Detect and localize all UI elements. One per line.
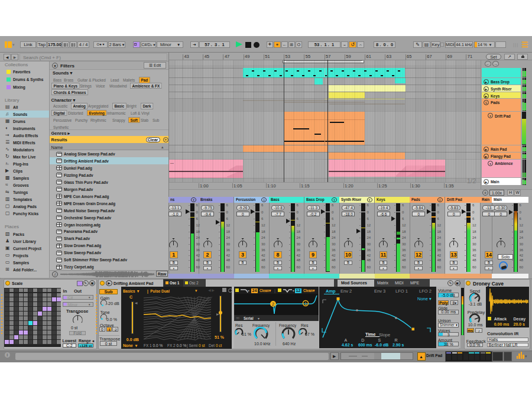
svg-text:1: 1: [304, 301, 307, 306]
svg-text:2: 2: [272, 302, 274, 306]
